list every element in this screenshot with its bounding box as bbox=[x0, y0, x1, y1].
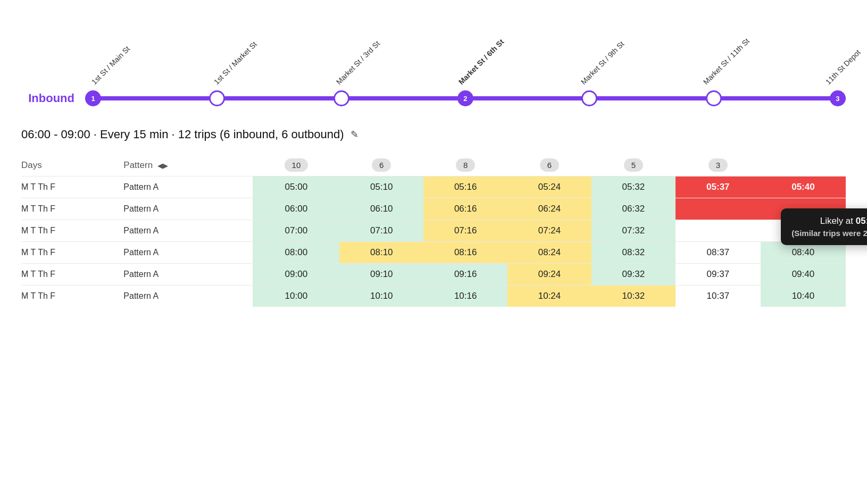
header-col-3: 6 bbox=[507, 154, 591, 177]
row-2-cell-1[interactable]: 07:10 bbox=[339, 220, 423, 242]
row-5-cell-1[interactable]: 10:10 bbox=[339, 285, 423, 307]
row-0-cell-6[interactable]: 05:40 Likely at 05:38 (Similar trips wer… bbox=[761, 177, 846, 198]
route-line-row: Inbound 1 2 bbox=[21, 90, 846, 106]
row-1-cell-0[interactable]: 06:00 bbox=[253, 198, 339, 220]
header-col-0: 10 bbox=[253, 154, 339, 177]
row-1-cell-5[interactable] bbox=[676, 198, 846, 220]
header-col-5: 3 bbox=[676, 154, 761, 177]
stop-4: 2 bbox=[457, 90, 473, 106]
row-1-pattern: Pattern A bbox=[117, 198, 253, 220]
row-4-cell-6[interactable]: 09:40 bbox=[761, 264, 846, 285]
row-2-cell-6[interactable] bbox=[761, 220, 846, 242]
row-1-cell-1[interactable]: 06:10 bbox=[339, 198, 423, 220]
stop-6 bbox=[706, 90, 722, 106]
stop-circle-1: 1 bbox=[85, 90, 101, 106]
row-0-cell-2[interactable]: 05:16 bbox=[423, 177, 507, 198]
row-2-pattern: Pattern A bbox=[117, 220, 253, 242]
table-row: M T Th F Pattern A 10:00 10:10 10:16 10:… bbox=[21, 285, 846, 307]
row-3-cell-2[interactable]: 08:16 bbox=[423, 242, 507, 264]
row-2-days: M T Th F bbox=[21, 220, 117, 242]
table-row: M T Th F Pattern A 08:00 08:10 08:16 08:… bbox=[21, 242, 846, 264]
table-row: M T Th F Pattern A 09:00 09:10 09:16 09:… bbox=[21, 264, 846, 285]
row-3-days: M T Th F bbox=[21, 242, 117, 264]
header-col-4: 5 bbox=[591, 154, 676, 177]
row-0-cell-0[interactable]: 05:00 bbox=[253, 177, 339, 198]
row-0-cell-3[interactable]: 05:24 bbox=[507, 177, 591, 198]
row-1-days: M T Th F bbox=[21, 198, 117, 220]
stop-1: 1 bbox=[85, 90, 101, 106]
row-3-cell-1[interactable]: 08:10 bbox=[339, 242, 423, 264]
table-row: M T Th F Pattern A 07:00 07:10 07:16 07:… bbox=[21, 220, 846, 242]
header-col-1: 6 bbox=[339, 154, 423, 177]
stop-circle-5 bbox=[581, 90, 597, 106]
row-5-cell-3[interactable]: 10:24 bbox=[507, 285, 591, 307]
stops-container: 1 2 bbox=[85, 90, 846, 106]
row-5-cell-2[interactable]: 10:16 bbox=[423, 285, 507, 307]
table-header-row: Days Pattern ◀▶ 10 6 8 6 5 3 bbox=[21, 154, 846, 177]
schedule-table: Days Pattern ◀▶ 10 6 8 6 5 3 M T Th F Pa… bbox=[21, 154, 846, 307]
row-5-cell-5[interactable]: 10:37 bbox=[676, 285, 761, 307]
stop-circle-2 bbox=[209, 90, 225, 106]
row-4-cell-0[interactable]: 09:00 bbox=[253, 264, 339, 285]
row-4-cell-3[interactable]: 09:24 bbox=[507, 264, 591, 285]
table-row: M T Th F Pattern A 05:00 05:10 05:16 05:… bbox=[21, 177, 846, 198]
route-label: Inbound bbox=[21, 91, 74, 105]
row-2-cell-2[interactable]: 07:16 bbox=[423, 220, 507, 242]
row-5-cell-4[interactable]: 10:32 bbox=[591, 285, 676, 307]
stop-5 bbox=[581, 90, 597, 106]
edit-button[interactable]: ✎ bbox=[351, 129, 359, 140]
tooltip-trigger[interactable]: 05:40 Likely at 05:38 (Similar trips wer… bbox=[791, 182, 814, 192]
row-0-pattern: Pattern A bbox=[117, 177, 253, 198]
row-0-cell-5[interactable]: 05:37 bbox=[676, 177, 761, 198]
row-4-pattern: Pattern A bbox=[117, 264, 253, 285]
row-0-cell-1[interactable]: 05:10 bbox=[339, 177, 423, 198]
row-3-cell-4[interactable]: 08:32 bbox=[591, 242, 676, 264]
row-5-cell-6[interactable]: 10:40 bbox=[761, 285, 846, 307]
stops-row: 1 2 bbox=[85, 90, 846, 106]
row-4-cell-2[interactable]: 09:16 bbox=[423, 264, 507, 285]
row-5-days: M T Th F bbox=[21, 285, 117, 307]
schedule-section: 06:00 - 09:00 · Every 15 min · 12 trips … bbox=[21, 128, 846, 307]
row-0-days: M T Th F bbox=[21, 177, 117, 198]
row-4-days: M T Th F bbox=[21, 264, 117, 285]
row-1-cell-3[interactable]: 06:24 bbox=[507, 198, 591, 220]
header-days: Days bbox=[21, 154, 117, 177]
row-4-cell-4[interactable]: 09:32 bbox=[591, 264, 676, 285]
row-3-cell-6[interactable]: 08:40 bbox=[761, 242, 846, 264]
stop-circle-7: 3 bbox=[830, 90, 846, 106]
schedule-header: 06:00 - 09:00 · Every 15 min · 12 trips … bbox=[21, 128, 846, 141]
row-3-cell-5[interactable]: 08:37 bbox=[676, 242, 761, 264]
row-3-cell-3[interactable]: 08:24 bbox=[507, 242, 591, 264]
row-1-cell-4[interactable]: 06:32 bbox=[591, 198, 676, 220]
row-5-cell-0[interactable]: 10:00 bbox=[253, 285, 339, 307]
row-4-cell-5[interactable]: 09:37 bbox=[676, 264, 761, 285]
stop-circle-4: 2 bbox=[457, 90, 473, 106]
row-2-cell-5[interactable] bbox=[676, 220, 761, 242]
stop-2 bbox=[209, 90, 225, 106]
stop-circle-6 bbox=[706, 90, 722, 106]
row-3-pattern: Pattern A bbox=[117, 242, 253, 264]
route-section: 1st St / Main St 1st St / Market St Mark… bbox=[21, 11, 846, 106]
pattern-sort-arrows[interactable]: ◀▶ bbox=[157, 162, 168, 170]
row-0-cell-4[interactable]: 05:32 bbox=[591, 177, 676, 198]
header-pattern: Pattern ◀▶ bbox=[117, 154, 253, 177]
row-3-cell-0[interactable]: 08:00 bbox=[253, 242, 339, 264]
row-2-cell-0[interactable]: 07:00 bbox=[253, 220, 339, 242]
row-4-cell-1[interactable]: 09:10 bbox=[339, 264, 423, 285]
row-5-pattern: Pattern A bbox=[117, 285, 253, 307]
row-2-cell-3[interactable]: 07:24 bbox=[507, 220, 591, 242]
stop-7: 3 bbox=[830, 90, 846, 106]
header-col-2: 8 bbox=[423, 154, 507, 177]
stop-circle-3 bbox=[334, 90, 349, 106]
schedule-title: 06:00 - 09:00 · Every 15 min · 12 trips … bbox=[21, 128, 344, 141]
row-2-cell-4[interactable]: 07:32 bbox=[591, 220, 676, 242]
table-row: M T Th F Pattern A 06:00 06:10 06:16 06:… bbox=[21, 198, 846, 220]
row-1-cell-2[interactable]: 06:16 bbox=[423, 198, 507, 220]
stop-3 bbox=[334, 90, 349, 106]
